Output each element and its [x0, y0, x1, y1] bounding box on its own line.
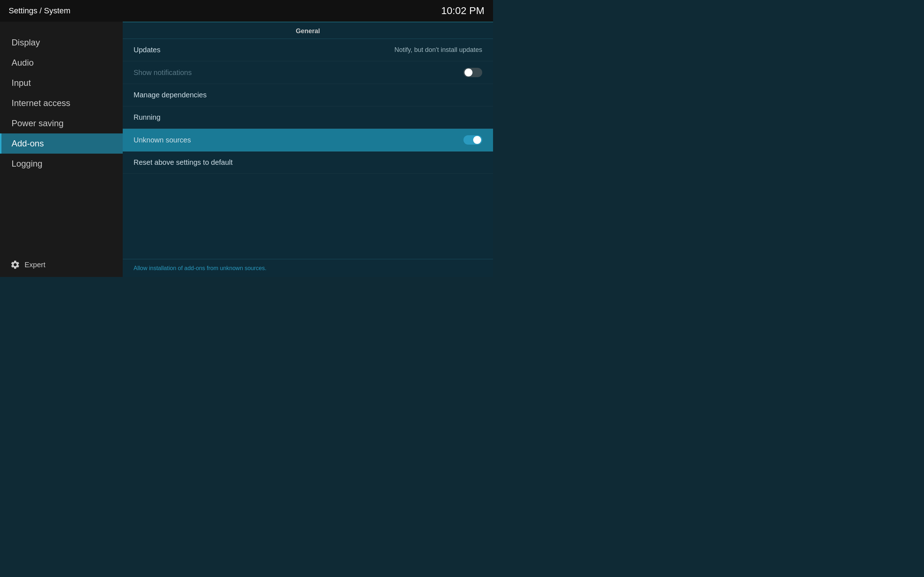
setting-row-running[interactable]: Running — [123, 106, 493, 129]
setting-label-manage-dependencies: Manage dependencies — [134, 91, 207, 99]
sidebar-item-input[interactable]: Input — [0, 73, 123, 93]
toggle-show-notifications[interactable] — [464, 68, 482, 77]
expert-label: Expert — [24, 261, 45, 269]
settings-list: UpdatesNotify, but don't install updates… — [123, 39, 493, 174]
setting-label-reset-settings: Reset above settings to default — [134, 158, 233, 167]
setting-row-reset-settings[interactable]: Reset above settings to default — [123, 152, 493, 174]
header: Settings / System 10:02 PM — [0, 0, 493, 22]
sidebar-item-power-saving[interactable]: Power saving — [0, 113, 123, 134]
gear-icon — [10, 259, 20, 270]
section-header: General — [123, 23, 493, 39]
setting-row-manage-dependencies[interactable]: Manage dependencies — [123, 84, 493, 106]
setting-row-show-notifications[interactable]: Show notifications — [123, 61, 493, 84]
setting-row-unknown-sources[interactable]: Unknown sources — [123, 129, 493, 152]
main-content: General UpdatesNotify, but don't install… — [123, 22, 493, 277]
setting-row-updates[interactable]: UpdatesNotify, but don't install updates — [123, 39, 493, 61]
setting-label-updates: Updates — [134, 46, 161, 54]
sidebar-item-internet-access[interactable]: Internet access — [0, 93, 123, 113]
content-area: General UpdatesNotify, but don't install… — [123, 23, 493, 259]
page-title: Settings / System — [9, 6, 70, 16]
status-text: Allow installation of add-ons from unkno… — [134, 265, 267, 272]
setting-label-show-notifications: Show notifications — [134, 69, 192, 77]
clock: 10:02 PM — [441, 5, 485, 16]
expert-button[interactable]: Expert — [0, 253, 123, 277]
sidebar-item-display[interactable]: Display — [0, 32, 123, 53]
sidebar: DisplayAudioInputInternet accessPower sa… — [0, 22, 123, 277]
toggle-knob-show-notifications — [465, 69, 472, 76]
toggle-unknown-sources[interactable] — [464, 135, 482, 145]
setting-value-updates: Notify, but don't install updates — [394, 46, 482, 54]
sidebar-item-logging[interactable]: Logging — [0, 154, 123, 174]
toggle-knob-unknown-sources — [473, 136, 481, 144]
sidebar-item-audio[interactable]: Audio — [0, 53, 123, 73]
sidebar-item-add-ons[interactable]: Add-ons — [0, 134, 123, 154]
setting-label-unknown-sources: Unknown sources — [134, 136, 191, 144]
setting-label-running: Running — [134, 113, 161, 121]
status-bar: Allow installation of add-ons from unkno… — [123, 259, 493, 277]
